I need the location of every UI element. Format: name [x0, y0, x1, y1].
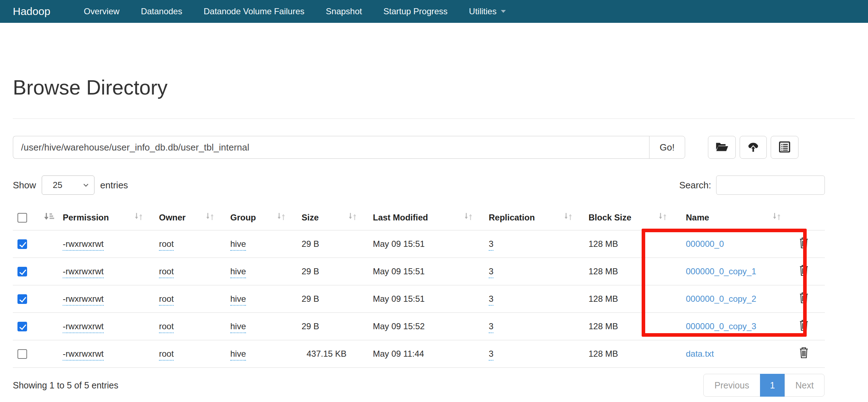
- upload-file-button[interactable]: [740, 136, 767, 159]
- hadoop-brand[interactable]: Hadoop: [13, 5, 50, 17]
- owner-value[interactable]: root: [159, 294, 174, 306]
- entries-summary: Showing 1 to 5 of 5 entries: [13, 380, 118, 391]
- replication-value[interactable]: 3: [489, 294, 493, 306]
- page-size-value: 25: [53, 180, 62, 190]
- group-value[interactable]: hive: [230, 349, 246, 361]
- size-value: 29 B: [302, 239, 319, 249]
- header-owner[interactable]: Owner: [153, 205, 225, 230]
- row-checkbox[interactable]: [17, 294, 27, 304]
- go-button[interactable]: Go!: [649, 136, 685, 159]
- header-replication-label: Replication: [489, 213, 535, 222]
- group-value[interactable]: hive: [230, 239, 246, 251]
- nav-snapshot[interactable]: Snapshot: [315, 6, 373, 16]
- replication-value[interactable]: 3: [489, 266, 493, 278]
- header-last-modified-label: Last Modified: [373, 213, 428, 222]
- page-title: Browse Directory: [13, 76, 168, 99]
- header-size-label: Size: [302, 213, 319, 222]
- entries-label: entries: [100, 180, 128, 191]
- pagination-page-1[interactable]: 1: [760, 374, 785, 397]
- file-link[interactable]: 000000_0_copy_2: [686, 294, 756, 304]
- row-checkbox[interactable]: [17, 349, 27, 359]
- nav-datanode-volume-failures[interactable]: Datanode Volume Failures: [193, 6, 315, 16]
- table-row: -rwxrwxrwt root hive 437.15 KB May 09 11…: [13, 340, 825, 367]
- row-checkbox[interactable]: [17, 322, 27, 331]
- replication-value[interactable]: 3: [489, 349, 493, 361]
- size-value: 437.15 KB: [307, 349, 346, 358]
- header-permission-label: Permission: [63, 213, 109, 222]
- delete-button[interactable]: [798, 237, 809, 250]
- replication-value[interactable]: 3: [489, 321, 493, 333]
- sort-arrows-icon: [276, 211, 287, 224]
- sort-arrows-icon: [463, 211, 474, 224]
- header-last-modified[interactable]: Last Modified: [367, 205, 483, 230]
- owner-value[interactable]: root: [159, 239, 174, 251]
- file-link[interactable]: 000000_0: [686, 239, 724, 249]
- header-block-size[interactable]: Block Size: [583, 205, 677, 230]
- select-all-checkbox[interactable]: [17, 213, 27, 223]
- row-checkbox[interactable]: [17, 267, 27, 276]
- nav-utilities-label: Utilities: [469, 6, 497, 16]
- nav-overview[interactable]: Overview: [73, 6, 130, 16]
- sort-amount-down-icon[interactable]: [43, 211, 56, 224]
- trash-icon: [798, 272, 809, 278]
- group-value[interactable]: hive: [230, 266, 246, 278]
- heading-divider: [13, 118, 855, 119]
- owner-value[interactable]: root: [159, 321, 174, 333]
- file-link[interactable]: 000000_0_copy_3: [686, 321, 756, 331]
- group-value[interactable]: hive: [230, 294, 246, 306]
- chevron-down-icon: [83, 184, 88, 187]
- directory-listing-table: Permission Owner Group Size Last Modifie…: [13, 205, 825, 368]
- owner-value[interactable]: root: [159, 349, 174, 361]
- permission-value[interactable]: -rwxrwxrwt: [63, 239, 104, 251]
- file-link[interactable]: 000000_0_copy_1: [686, 266, 756, 276]
- permission-value[interactable]: -rwxrwxrwt: [63, 294, 104, 306]
- header-size[interactable]: Size: [296, 205, 367, 230]
- modified-value: May 09 11:44: [373, 349, 424, 358]
- file-operations-button[interactable]: [771, 136, 798, 159]
- search-control: Search:: [679, 175, 825, 195]
- trash-icon: [798, 355, 809, 360]
- table-row: -rwxrwxrwt root hive 29 B May 09 15:51 3…: [13, 285, 825, 312]
- delete-button[interactable]: [798, 264, 809, 278]
- show-label: Show: [13, 180, 36, 191]
- pagination-next[interactable]: Next: [785, 374, 825, 397]
- delete-button[interactable]: [798, 319, 809, 332]
- file-link[interactable]: data.txt: [686, 349, 714, 358]
- size-value: 29 B: [302, 321, 319, 331]
- create-directory-button[interactable]: [708, 136, 736, 159]
- cloud-upload-icon: [747, 141, 760, 154]
- header-group[interactable]: Group: [225, 205, 296, 230]
- header-replication[interactable]: Replication: [483, 205, 583, 230]
- nav-datanodes[interactable]: Datanodes: [130, 6, 193, 16]
- block-size-value: 128 MB: [589, 349, 618, 358]
- replication-value[interactable]: 3: [489, 239, 493, 251]
- owner-value[interactable]: root: [159, 266, 174, 278]
- pagination-previous[interactable]: Previous: [703, 374, 760, 397]
- header-block-size-label: Block Size: [589, 213, 631, 222]
- delete-button[interactable]: [798, 347, 809, 360]
- trash-icon: [798, 300, 809, 305]
- nav-startup-progress[interactable]: Startup Progress: [373, 6, 458, 16]
- delete-button[interactable]: [798, 292, 809, 305]
- permission-value[interactable]: -rwxrwxrwt: [63, 266, 104, 278]
- row-checkbox[interactable]: [17, 239, 27, 249]
- trash-icon: [798, 327, 809, 332]
- header-permission[interactable]: Permission: [57, 205, 153, 230]
- pagination: Previous 1 Next: [703, 374, 825, 397]
- search-label: Search:: [679, 180, 711, 191]
- header-name[interactable]: Name: [677, 205, 791, 230]
- page-size-select[interactable]: 25: [42, 175, 94, 195]
- block-size-value: 128 MB: [589, 294, 618, 304]
- header-actions: [791, 205, 825, 230]
- size-value: 29 B: [302, 266, 319, 276]
- search-input[interactable]: [716, 175, 825, 195]
- directory-path-input[interactable]: [13, 136, 649, 159]
- table-header-row: Permission Owner Group Size Last Modifie…: [13, 205, 825, 230]
- permission-value[interactable]: -rwxrwxrwt: [63, 321, 104, 333]
- modified-value: May 09 15:52: [373, 321, 425, 331]
- sort-arrows-icon: [133, 211, 144, 224]
- list-icon: [779, 141, 790, 154]
- permission-value[interactable]: -rwxrwxrwt: [63, 349, 104, 361]
- nav-utilities-dropdown[interactable]: Utilities: [458, 6, 517, 16]
- group-value[interactable]: hive: [230, 321, 246, 333]
